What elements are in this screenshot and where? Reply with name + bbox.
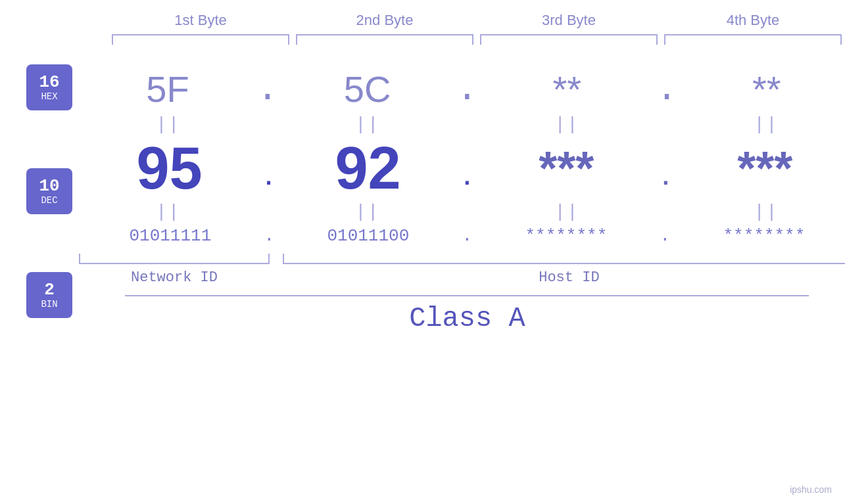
eq2-4: || <box>677 202 845 222</box>
dec-dot-1: . <box>262 165 276 192</box>
network-id-label: Network ID <box>79 269 270 286</box>
host-id-label: Host ID <box>283 269 845 286</box>
eq-2: || <box>279 114 456 135</box>
hex-dot-3: . <box>656 71 678 108</box>
host-bracket <box>283 254 845 264</box>
bin-dot-3: . <box>660 226 671 246</box>
dec-val-3: *** <box>477 145 655 192</box>
eq-4: || <box>677 114 845 135</box>
equals-row-2: || || || || <box>72 199 845 225</box>
hex-text-4: ** <box>752 68 781 110</box>
dec-val-1: 95 <box>81 139 258 198</box>
hex-dot-1: . <box>256 71 279 108</box>
hex-val-1: 5F <box>79 68 256 110</box>
bin-text-1: 01011111 <box>129 226 211 246</box>
hex-val-4: ** <box>678 68 845 110</box>
hex-text-1: 5F <box>146 68 189 110</box>
main-container: 1st Byte 2nd Byte 3rd Byte 4th Byte 16 H… <box>0 0 845 504</box>
eq2-2: || <box>279 202 456 222</box>
dec-text-2: 92 <box>335 135 400 201</box>
watermark: ipshu.com <box>790 484 832 495</box>
id-labels-row: Network ID Host ID <box>72 269 845 286</box>
hex-badge-number: 16 <box>39 73 59 92</box>
hex-val-3: ** <box>478 68 656 110</box>
badges-column: 16 HEX 10 DEC 2 BIN <box>0 58 72 504</box>
bin-badge: 2 BIN <box>26 272 72 318</box>
bin-badge-label: BIN <box>41 299 57 309</box>
bin-text-2: 01011100 <box>327 226 409 246</box>
dec-val-4: *** <box>676 145 845 192</box>
class-label: Class A <box>72 303 845 334</box>
bottom-brackets-row <box>72 254 845 264</box>
equals-row-1: || || || || <box>72 112 845 137</box>
dec-val-2: 92 <box>279 139 456 198</box>
byte-header-2: 2nd Byte <box>296 12 473 29</box>
dec-badge: 10 DEC <box>26 168 72 214</box>
byte-headers-row: 1st Byte 2nd Byte 3rd Byte 4th Byte <box>30 12 845 29</box>
bin-dot-1: . <box>264 226 275 246</box>
dec-text-4: *** <box>737 142 792 195</box>
hex-text-2: 5C <box>344 68 391 110</box>
bin-val-1: 01011111 <box>82 226 259 246</box>
dec-badge-number: 10 <box>39 177 59 196</box>
bin-row: 01011111 . 01011100 . ******** . *******… <box>72 226 845 246</box>
bin-val-3: ******** <box>477 226 655 246</box>
dec-text-1: 95 <box>137 135 203 201</box>
hex-val-2: 5C <box>279 68 456 110</box>
dec-row: 95 . 92 . *** . *** <box>72 139 845 198</box>
dec-dot-2: . <box>460 165 475 192</box>
hex-text-3: ** <box>552 68 581 110</box>
dec-text-3: *** <box>539 142 594 195</box>
eq2-3: || <box>478 202 656 222</box>
hex-row: 5F . 5C . ** . ** <box>72 68 845 110</box>
network-bracket <box>79 254 270 264</box>
top-brackets <box>30 34 845 45</box>
bin-text-4: ******** <box>723 226 805 246</box>
bracket-1 <box>112 34 289 45</box>
hex-badge: 16 HEX <box>26 64 72 110</box>
byte-header-1: 1st Byte <box>112 12 289 29</box>
hex-dot-2: . <box>456 71 479 108</box>
eq-1: || <box>80 114 257 135</box>
eq-3: || <box>478 114 656 135</box>
byte-header-4: 4th Byte <box>664 12 842 29</box>
bin-badge-number: 2 <box>44 281 55 300</box>
class-bracket-line <box>125 295 809 296</box>
values-area: 5F . 5C . ** . ** || || <box>72 58 845 504</box>
byte-header-3: 3rd Byte <box>480 12 658 29</box>
bracket-2 <box>296 34 473 45</box>
eq2-1: || <box>80 202 257 222</box>
hex-badge-label: HEX <box>41 91 57 102</box>
dec-badge-label: DEC <box>41 195 57 206</box>
bin-val-2: 01011100 <box>279 226 457 246</box>
bracket-4 <box>664 34 842 45</box>
bin-val-4: ******** <box>675 226 845 246</box>
bracket-3 <box>480 34 658 45</box>
bin-dot-2: . <box>462 226 473 246</box>
dec-dot-3: . <box>658 165 673 192</box>
content-area: 16 HEX 10 DEC 2 BIN 5F . 5C <box>0 58 845 504</box>
bin-text-3: ******** <box>525 226 607 246</box>
